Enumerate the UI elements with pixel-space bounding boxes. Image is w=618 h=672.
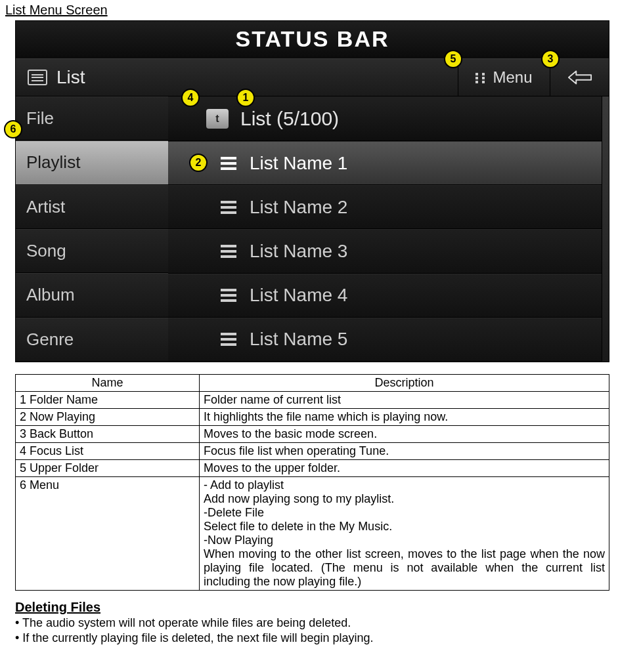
table-cell-desc: Moves to the upper folder. — [200, 460, 609, 477]
list-row[interactable]: List Name 4 — [168, 274, 609, 318]
table-row: 5 Upper Folder Moves to the upper folder… — [16, 460, 609, 477]
list-row-label: List Name 4 — [250, 285, 347, 306]
subsection-heading: Deleting Files — [15, 600, 613, 615]
menu-button-label: Menu — [493, 68, 532, 87]
table-cell-desc: - Add to playlist Add now playing song t… — [200, 477, 609, 591]
playlist-item-icon — [221, 157, 236, 170]
sidebar-item-label: File — [26, 108, 54, 129]
table-cell-name: 5 Upper Folder — [16, 460, 200, 477]
menu-desc-line: -Delete File — [204, 506, 605, 520]
list-row[interactable]: List Name 2 — [168, 185, 609, 229]
list-header: 4 1 t List (5/100) — [168, 96, 609, 141]
sidebar-item-genre[interactable]: Genre — [16, 318, 168, 362]
table-row: 4 Focus List Focus file list when operat… — [16, 443, 609, 460]
table-cell-name: 4 Focus List — [16, 443, 200, 460]
list-icon — [28, 70, 47, 85]
sidebar-item-file[interactable]: File — [16, 96, 168, 140]
table-cell-name: 3 Back Button — [16, 426, 200, 443]
callout-3: 3 — [541, 50, 560, 68]
list-row-label: List Name 1 — [250, 153, 347, 174]
bullet-item: • The audio system will not operate whil… — [15, 616, 613, 630]
sidebar-item-label: Album — [26, 285, 75, 305]
callout-6: 6 — [4, 120, 22, 138]
device-screenshot: STATUS BAR List 5 Menu 3 — [15, 20, 609, 362]
menu-desc-line: When moving to the other list screen, mo… — [204, 547, 605, 589]
bullet-list: • The audio system will not operate whil… — [15, 616, 613, 645]
category-sidebar: File Playlist Artist Song Album Genre — [16, 96, 168, 362]
table-row: 6 Menu - Add to playlist Add now playing… — [16, 477, 609, 591]
playlist-item-icon — [221, 333, 236, 346]
table-header-desc: Description — [200, 375, 609, 392]
sidebar-item-song[interactable]: Song — [16, 229, 168, 273]
menu-desc-line: -Now Playing — [204, 534, 605, 547]
table-row: 2 Now Playing It highlights the file nam… — [16, 409, 609, 426]
menu-icon — [475, 73, 486, 82]
bullet-text: If the currently playing file is deleted… — [22, 631, 373, 644]
table-row: 1 Folder Name Folder name of current lis… — [16, 392, 609, 409]
table-cell-desc: Focus file list when operating Tune. — [200, 443, 609, 460]
list-row-label: List Name 3 — [250, 241, 347, 262]
menu-desc-line: Select file to delete in the My Music. — [204, 520, 605, 534]
menu-desc-line: - Add to playlist — [204, 478, 605, 492]
callout-4: 4 — [181, 89, 200, 107]
list-row[interactable]: 2 List Name 1 — [168, 141, 609, 185]
playlist-item-icon — [221, 289, 236, 302]
menu-desc-line: Add now playing song to my playlist. — [204, 492, 605, 506]
menu-button[interactable]: 5 Menu — [458, 59, 550, 96]
table-cell-name: 2 Now Playing — [16, 409, 200, 426]
table-cell-desc: It highlights the file name which is pla… — [200, 409, 609, 426]
bullet-text: The audio system will not operate while … — [22, 616, 351, 629]
table-row: 3 Back Button Moves to the basic mode sc… — [16, 426, 609, 443]
bullet-item: • If the currently playing file is delet… — [15, 631, 613, 645]
screen-title: List — [56, 67, 85, 88]
list-row[interactable]: List Name 5 — [168, 318, 609, 362]
table-cell-name: 1 Folder Name — [16, 392, 200, 409]
top-bar: List 5 Menu 3 — [16, 58, 609, 96]
sidebar-item-label: Genre — [26, 329, 74, 350]
table-cell-desc: Folder name of current list — [200, 392, 609, 409]
callout-2: 2 — [189, 154, 208, 172]
sidebar-item-album[interactable]: Album — [16, 273, 168, 317]
section-heading: List Menu Screen — [5, 3, 613, 18]
sidebar-item-label: Playlist — [26, 152, 80, 173]
callout-1: 1 — [236, 89, 255, 107]
folder-name-label: List (5/100) — [240, 108, 339, 130]
back-button[interactable]: 3 — [550, 59, 609, 96]
playlist-item-icon — [221, 201, 236, 214]
status-bar: STATUS BAR — [16, 21, 609, 58]
main-list: 4 1 t List (5/100) 2 List Name 1 List Na… — [168, 96, 609, 362]
sidebar-item-label: Song — [26, 241, 66, 261]
list-row-label: List Name 5 — [250, 329, 347, 350]
table-cell-name: 6 Menu — [16, 477, 200, 591]
sidebar-item-label: Artist — [26, 197, 65, 217]
sidebar-item-artist[interactable]: Artist — [16, 185, 168, 229]
up-folder-icon[interactable]: t — [206, 109, 229, 129]
callout-5: 5 — [444, 50, 462, 68]
list-row[interactable]: List Name 3 — [168, 229, 609, 273]
table-header-name: Name — [16, 375, 200, 392]
description-table: Name Description 1 Folder Name Folder na… — [15, 374, 609, 591]
sidebar-item-playlist[interactable]: Playlist — [16, 140, 168, 184]
list-row-label: List Name 2 — [250, 197, 347, 218]
table-cell-desc: Moves to the basic mode screen. — [200, 426, 609, 443]
playlist-item-icon — [221, 245, 236, 258]
back-arrow-icon — [567, 68, 592, 87]
